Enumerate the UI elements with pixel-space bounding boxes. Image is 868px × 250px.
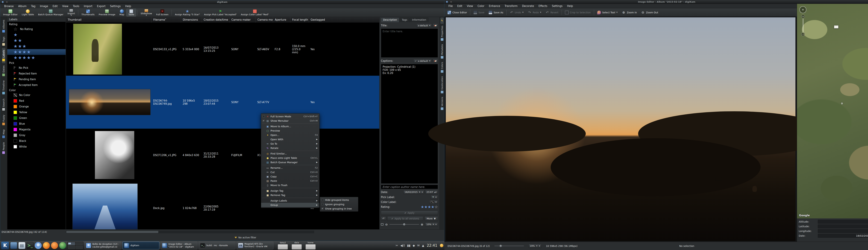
menu-decorate[interactable]: Decorate bbox=[520, 4, 536, 8]
menu-item-rotate[interactable]: ↻Rotate▶ bbox=[261, 146, 319, 150]
color-item-black[interactable]: Black bbox=[7, 138, 66, 144]
column-header-filename[interactable]: Filename ˅ bbox=[151, 17, 181, 23]
rating-item-5-stars[interactable]: ★★★★★ bbox=[7, 55, 66, 61]
image-editor-button[interactable]: Image Editor bbox=[1, 9, 20, 17]
virtual-desktop-pager[interactable] bbox=[67, 242, 83, 249]
gps-field-value[interactable]: 5.578331 bbox=[818, 229, 868, 233]
menu-album[interactable]: Album bbox=[16, 4, 29, 8]
color-item-gray[interactable]: Gray bbox=[7, 132, 66, 138]
menu-item-find-similar[interactable]: ◎Find Similar... bbox=[261, 151, 319, 156]
preview-image-button[interactable]: Preview Image bbox=[97, 9, 117, 17]
rating-item-3-stars[interactable]: ★★★ bbox=[7, 43, 66, 49]
gps-field-value[interactable]: 18/02/2015 23:07:44 bbox=[818, 234, 868, 238]
sidebar-tab-versions[interactable]: Versions bbox=[441, 95, 443, 112]
panel-cashew-icon[interactable] bbox=[440, 244, 443, 247]
firefox-launcher[interactable] bbox=[43, 242, 50, 249]
sidebar-tab-geolocation[interactable]: Geolocation bbox=[441, 75, 443, 95]
tab-information[interactable]: Information bbox=[410, 18, 429, 22]
crop-to-selection-button[interactable]: Crop to Selection bbox=[563, 9, 593, 16]
menu-view[interactable]: View bbox=[465, 4, 475, 8]
menu-item-go-to[interactable]: ➥Go To▶ bbox=[261, 142, 319, 146]
save-as-button[interactable]: Save As bbox=[487, 9, 505, 16]
menu-item-copy[interactable]: ▣CopyCtrl+C bbox=[261, 174, 319, 179]
kget-launcher[interactable] bbox=[59, 242, 66, 249]
sidebar-tab-map[interactable]: Map bbox=[2, 127, 5, 140]
map-button[interactable]: Map bbox=[118, 9, 126, 17]
import-button[interactable]: Import▼ bbox=[66, 9, 77, 17]
menu-edit[interactable]: Edit bbox=[50, 4, 60, 8]
task-image-editor-album-2015-02-18-[interactable]: Image Editor - Album "2015-02-18" - digi… bbox=[161, 242, 197, 249]
menu-tag[interactable]: Tag bbox=[29, 4, 38, 8]
konsole-launcher[interactable]: >_ bbox=[27, 242, 33, 249]
menu-import[interactable]: Import bbox=[82, 4, 95, 8]
column-header-aperture[interactable]: Aperture bbox=[273, 17, 290, 23]
map-compass-control[interactable]: ✛ bbox=[799, 6, 806, 13]
show-desktop-launcher[interactable] bbox=[10, 242, 17, 249]
menu-transform[interactable]: Transform bbox=[502, 4, 520, 8]
menu-item-cut[interactable]: ✂CutCtrl+X bbox=[261, 170, 319, 174]
zoom-in-icon[interactable]: ⊕ bbox=[421, 223, 423, 226]
window-menu-icon[interactable] bbox=[446, 1, 453, 3]
sidebar-tab-colors[interactable]: Colors bbox=[441, 60, 443, 74]
menu-edit[interactable]: Edit bbox=[455, 4, 465, 8]
table-header-row[interactable]: ThumbnailFilename ˅DimensionsCreation da… bbox=[66, 17, 379, 23]
task-digikam[interactable]: digiKam bbox=[123, 242, 159, 249]
menu-item-rename[interactable]: ▭Rename...F2 bbox=[261, 166, 319, 170]
tray-network-icon[interactable]: ▮▮ bbox=[407, 244, 410, 247]
revert-button[interactable]: ↶Revert bbox=[544, 9, 560, 16]
desktop-1[interactable] bbox=[68, 242, 75, 245]
fit-to-window-icon[interactable] bbox=[381, 223, 383, 225]
task-mageia5-kf5-en-fonction-oracle[interactable]: VBMageia5-KF5 [En fonction] - Oracle VM … bbox=[237, 242, 273, 249]
sidebar-tab-people[interactable]: People bbox=[2, 140, 5, 156]
table-row[interactable]: DSCF1206_v1.JPG4 840x3 63031/12/2011 20:… bbox=[66, 129, 379, 182]
rating-item-2-stars[interactable]: ★★ bbox=[7, 38, 66, 43]
submenu-item-hide-grouped-items[interactable]: Hide grouped items bbox=[320, 198, 358, 202]
color-item-orange[interactable]: Orange bbox=[7, 104, 66, 110]
menu-effects[interactable]: Effects bbox=[536, 4, 550, 8]
tray-volume-icon[interactable]: ◀)) bbox=[400, 244, 405, 247]
menu-item-batch-queue-manager[interactable]: ▤Batch Queue Manager▶ bbox=[261, 160, 319, 164]
map-view[interactable]: ✛ + − Google bbox=[797, 4, 868, 218]
assign-color-label-red-button[interactable]: Assign Color Label "Red" bbox=[239, 9, 271, 17]
clear-title-button[interactable] bbox=[433, 24, 438, 28]
menu-file[interactable]: File bbox=[446, 4, 455, 8]
column-header-camera-maker[interactable]: Camera maker bbox=[229, 17, 255, 23]
column-header-camera-mod[interactable]: Camera mod bbox=[255, 17, 273, 23]
sidebar-tab-timeline[interactable]: Timeline bbox=[2, 79, 5, 96]
column-header-dimensions[interactable]: Dimensions bbox=[181, 17, 202, 23]
menu-item-assign-tag[interactable]: ■Assign Tag▶ bbox=[261, 189, 319, 193]
menu-item-open-with[interactable]: Open With▶ bbox=[261, 137, 319, 142]
column-header-geotagged[interactable]: Geotagged bbox=[309, 17, 326, 23]
editor-zoom-slider[interactable] bbox=[494, 246, 524, 246]
zoom-out-button[interactable]: ⊖Zoom Out bbox=[639, 9, 660, 16]
color-item-yellow[interactable]: Yellow bbox=[7, 110, 66, 115]
rating-item-1-stars[interactable]: ★ bbox=[7, 32, 66, 38]
map-zoom-in-icon[interactable]: + bbox=[802, 15, 805, 18]
column-header-creation-date-time[interactable]: Creation date/time bbox=[202, 17, 229, 23]
pick-item-pending-item[interactable]: Pending Item bbox=[7, 76, 66, 82]
gps-field-value[interactable]: 43.562571 bbox=[818, 224, 868, 228]
desktop-2[interactable] bbox=[75, 242, 83, 245]
menu-item-open[interactable]: ✦Open...F4 bbox=[261, 133, 319, 137]
sidebar-tab-labels[interactable]: Labels bbox=[2, 48, 5, 63]
tray-clipboard-icon[interactable]: ✂ bbox=[396, 244, 398, 247]
apply-button[interactable]: ✔Apply bbox=[381, 211, 438, 215]
sidebar-tab-metadata[interactable]: Metadata bbox=[441, 43, 443, 60]
light-table-button[interactable]: Light Table bbox=[20, 9, 36, 17]
menu-item-show-menubar[interactable]: ✔▤Show MenubarCtrl+M bbox=[261, 119, 319, 123]
apply-all-versions-button[interactable]: ✔Apply to all versions bbox=[387, 216, 423, 221]
pick-label-combo[interactable]: ⚑▼ bbox=[431, 195, 438, 199]
captions-language-combo[interactable]: ✔x-default▼ bbox=[413, 59, 432, 63]
desktop-3[interactable] bbox=[68, 246, 75, 249]
editor-titlebar[interactable]: Image Editor - Album "2015-02-18" - digi… bbox=[444, 0, 868, 4]
menu-enhance[interactable]: Enhance bbox=[487, 4, 502, 8]
zoom-in-button[interactable]: ⊕Zoom In bbox=[620, 9, 639, 16]
time-spinner[interactable]: 23:07▲▼ bbox=[425, 190, 438, 194]
column-header-focal-length[interactable]: Focal length bbox=[290, 17, 309, 23]
table-row[interactable]: DSC06744-DSC06749.jpg10 596x5 29818/02/2… bbox=[66, 76, 379, 129]
menu-tools[interactable]: Tools bbox=[71, 4, 82, 8]
tab-description[interactable]: Description bbox=[381, 18, 399, 22]
submenu-item-show-grouping-in-tree[interactable]: ✔Show grouping in tree bbox=[320, 207, 358, 211]
rating-item-none[interactable]: ☆No Rating bbox=[7, 26, 66, 32]
kde-menu-button[interactable]: K bbox=[1, 242, 9, 249]
